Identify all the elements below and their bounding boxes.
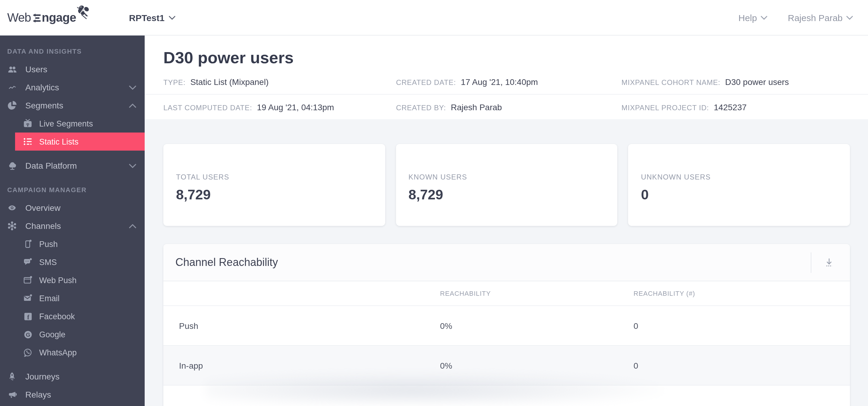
channel-reachability-card: Channel Reachability REACHABILITY REACHA… — [163, 244, 850, 406]
sidebar-item-static-lists[interactable]: Static Lists — [15, 133, 145, 150]
channel-name: In-app — [179, 361, 203, 370]
sidebar-item-web-push[interactable]: Web Push — [0, 271, 145, 289]
sidebar-item-label: Static Lists — [39, 137, 79, 146]
table-row-push: Push 0% 0 — [163, 306, 850, 346]
sidebar-item-sms[interactable]: SMS — [0, 253, 145, 271]
data-platform-icon — [6, 161, 18, 170]
reachability-count: 0 — [633, 321, 638, 330]
meta-label: CREATED BY: — [396, 103, 446, 112]
sidebar-item-label: Relays — [25, 390, 51, 399]
meta-value: 19 Aug '21, 04:13pm — [257, 102, 334, 112]
page-title: D30 power users — [145, 36, 868, 70]
whatsapp-icon — [22, 347, 34, 357]
meta-mixpanel-cohort-name: MIXPANEL COHORT NAME: D30 power users — [621, 77, 789, 87]
help-label: Help — [738, 13, 757, 23]
facebook-icon: f — [22, 311, 34, 321]
sidebar-item-journeys[interactable]: Journeys — [0, 367, 145, 385]
main-content: D30 power users TYPE: Static List (Mixpa… — [145, 36, 868, 406]
stat-value: 0 — [641, 187, 850, 203]
sidebar-item-label: Facebook — [39, 312, 75, 321]
stat-label: UNKNOWN USERS — [641, 173, 850, 181]
sidebar-item-segments[interactable]: Segments — [0, 96, 145, 114]
journeys-rocket-icon — [6, 372, 18, 381]
sidebar-item-label: Google — [39, 330, 65, 339]
push-phone-icon — [22, 239, 34, 249]
meta-value: 1425237 — [714, 102, 747, 112]
meta-label: MIXPANEL COHORT NAME: — [621, 78, 720, 87]
webengage-logo[interactable]: Web ngage — [7, 0, 76, 36]
sidebar-item-overview[interactable]: Overview — [0, 199, 145, 217]
chevron-down-icon — [761, 16, 767, 20]
column-header-reachability: REACHABILITY — [440, 290, 491, 297]
meta-last-computed-date: LAST COMPUTED DATE: 19 Aug '21, 04:13pm — [163, 102, 396, 112]
stat-cards: TOTAL USERS 8,729 KNOWN USERS 8,729 UNKN… — [163, 144, 850, 226]
sidebar-item-channels[interactable]: Channels — [0, 217, 145, 235]
reachability-percent: 0% — [440, 361, 452, 370]
sidebar-item-users[interactable]: Users — [0, 60, 145, 78]
google-icon: G — [22, 330, 34, 339]
logo-text-engage: ngage — [42, 11, 76, 25]
sidebar-item-label: Users — [25, 64, 47, 74]
users-icon — [6, 64, 18, 74]
meta-value: Static List (Mixpanel) — [190, 77, 269, 87]
stat-label: TOTAL USERS — [176, 173, 385, 181]
sms-bubble-icon — [22, 257, 34, 267]
reachability-table-header: REACHABILITY REACHABILITY (#) — [163, 281, 850, 306]
stat-label: KNOWN USERS — [408, 173, 617, 181]
chevron-down-icon — [846, 16, 853, 20]
sidebar-item-facebook[interactable]: f Facebook — [0, 307, 145, 325]
overview-eye-icon — [6, 203, 18, 213]
user-menu[interactable]: Rajesh Parab — [788, 0, 853, 36]
sidebar-item-label: Journeys — [25, 372, 60, 381]
sidebar-item-google[interactable]: G Google — [0, 325, 145, 343]
svg-text:f: f — [27, 313, 29, 320]
sidebar-item-relays[interactable]: Relays — [0, 385, 145, 404]
sidebar-item-label: Live Segments — [39, 119, 93, 128]
channels-hub-icon — [6, 221, 18, 231]
sidebar-item-push[interactable]: Push — [0, 235, 145, 253]
sidebar-item-label: Push — [39, 239, 58, 248]
chevron-up-icon — [129, 224, 136, 228]
sidebar-item-label: Overview — [25, 203, 61, 213]
sidebar-item-label: Web Push — [39, 276, 76, 284]
download-button[interactable] — [818, 252, 839, 273]
meta-label: CREATED DATE: — [396, 78, 456, 87]
stat-card-total-users: TOTAL USERS 8,729 — [163, 144, 385, 226]
sidebar-item-label: WhatsApp — [39, 348, 77, 357]
chevron-down-icon — [169, 16, 176, 20]
sidebar-item-label: Segments — [25, 101, 63, 110]
project-selector[interactable]: RPTest1 — [129, 0, 176, 36]
user-name: Rajesh Parab — [788, 13, 843, 23]
stat-value: 8,729 — [408, 187, 617, 203]
meta-value: Rajesh Parab — [451, 102, 502, 112]
help-menu[interactable]: Help — [738, 0, 767, 36]
email-envelope-icon — [22, 293, 34, 303]
divider — [811, 252, 811, 273]
reachability-percent: 0% — [440, 321, 452, 330]
relays-megaphone-icon — [6, 390, 18, 399]
meta-created-date: CREATED DATE: 17 Aug '21, 10:40pm — [396, 77, 621, 87]
chevron-down-icon — [129, 164, 136, 168]
meta-type: TYPE: Static List (Mixpanel) — [163, 77, 396, 87]
sidebar-section-campaign-manager: CAMPAIGN MANAGER — [0, 181, 145, 199]
sidebar-item-whatsapp[interactable]: WhatsApp — [0, 343, 145, 362]
meta-row-1: TYPE: Static List (Mixpanel) CREATED DAT… — [145, 70, 868, 95]
reachability-count: 0 — [633, 361, 638, 370]
sidebar-item-analytics[interactable]: Analytics — [0, 78, 145, 96]
channel-name: Push — [179, 321, 198, 330]
table-row-in-app: In-app 0% 0 — [163, 346, 850, 385]
sidebar-item-label: Email — [39, 294, 60, 303]
meta-label: LAST COMPUTED DATE: — [163, 103, 252, 112]
sidebar-item-live-segments[interactable]: Live Segments — [0, 114, 145, 133]
sidebar-item-data-platform[interactable]: Data Platform — [0, 157, 145, 175]
download-icon — [824, 257, 834, 267]
web-push-icon — [22, 275, 34, 285]
svg-text:G: G — [26, 331, 30, 338]
sidebar-item-label: SMS — [39, 258, 57, 267]
app-window: Web ngage — [0, 0, 868, 406]
sidebar-item-email[interactable]: Email — [0, 289, 145, 307]
stat-card-known-users: KNOWN USERS 8,729 — [396, 144, 617, 226]
meta-label: MIXPANEL PROJECT ID: — [621, 103, 709, 112]
reachability-title: Channel Reachability — [176, 256, 278, 269]
meta-value: D30 power users — [725, 77, 789, 87]
